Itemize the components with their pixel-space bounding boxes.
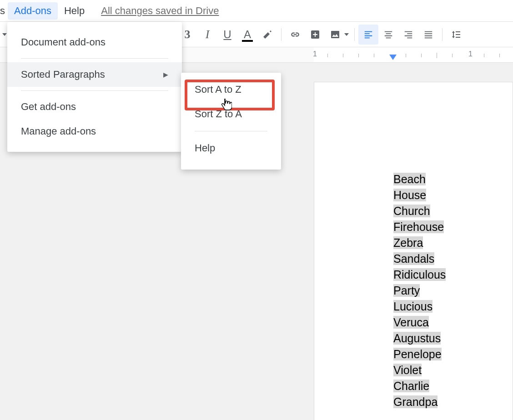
toolbar-separator	[281, 28, 282, 41]
align-justify-button[interactable]	[418, 25, 438, 45]
menu-divider	[195, 131, 267, 131]
menu-manage-addons[interactable]: Manage add-ons	[7, 119, 182, 144]
menu-document-addons[interactable]: Document add-ons	[7, 30, 182, 55]
line-spacing-icon	[451, 29, 462, 40]
text-line[interactable]: Veruca	[393, 315, 513, 330]
caret-right-icon: ▶	[163, 71, 168, 78]
align-left-icon	[363, 30, 373, 40]
ruler-page-area	[314, 47, 513, 62]
menu-help[interactable]: Help	[58, 2, 91, 20]
align-center-button[interactable]	[378, 25, 398, 45]
toolbar-separator	[442, 28, 443, 41]
insert-image-dropdown[interactable]	[342, 25, 351, 45]
ruler-tick	[358, 54, 359, 57]
image-icon	[330, 29, 341, 40]
text-line[interactable]: Zebra	[393, 235, 513, 251]
underline-button[interactable]: U	[217, 25, 237, 45]
ruler-tick	[343, 54, 343, 57]
document-page[interactable]: Beach House Church Firehouse Zebra Sanda…	[314, 82, 513, 420]
sorted-paragraphs-submenu: Sort A to Z Sort Z to A Help	[181, 73, 281, 170]
addons-dropdown: Document add-ons Sorted Paragraphs ▶ Get…	[7, 22, 182, 152]
ruler-number: 1	[468, 50, 473, 58]
align-justify-icon	[423, 30, 433, 40]
text-line[interactable]: Church	[393, 203, 513, 219]
menu-sort-a-to-z[interactable]: Sort A to Z	[181, 77, 281, 102]
menu-item-truncated[interactable]: s	[0, 5, 8, 17]
menu-addons[interactable]: Add-ons	[8, 2, 58, 20]
menu-sort-z-to-a[interactable]: Sort Z to A	[181, 102, 281, 126]
indent-marker[interactable]	[388, 55, 397, 61]
text-line[interactable]: Lucious	[393, 299, 513, 315]
text-line[interactable]: Penelope	[393, 346, 513, 362]
comment-icon	[310, 29, 321, 40]
line-spacing-button[interactable]	[446, 25, 466, 45]
ruler-tick	[484, 54, 484, 57]
italic-button[interactable]: I	[197, 25, 217, 45]
text-line[interactable]: Firehouse	[393, 219, 513, 235]
ruler-tick	[374, 54, 374, 57]
text-line[interactable]: Beach	[393, 171, 513, 187]
menu-sorted-help[interactable]: Help	[181, 136, 281, 160]
insert-comment-button[interactable]	[305, 25, 325, 45]
text-line[interactable]: Grandpa	[393, 394, 513, 410]
insert-link-button[interactable]	[285, 25, 305, 45]
align-left-button[interactable]	[358, 25, 378, 45]
ruler-tick	[437, 53, 437, 58]
text-line[interactable]: Violet	[393, 362, 513, 378]
align-center-icon	[383, 30, 393, 40]
ruler-number: 1	[313, 50, 317, 58]
align-right-button[interactable]	[398, 25, 418, 45]
menu-divider	[21, 58, 168, 59]
menu-divider	[21, 90, 168, 91]
ruler-tick	[327, 54, 328, 57]
align-right-icon	[403, 30, 413, 40]
text-line[interactable]: Charlie	[393, 378, 513, 394]
text-line[interactable]: Augustus	[393, 330, 513, 346]
menu-bar: s Add-ons Help All changes saved in Driv…	[0, 0, 513, 22]
menu-sorted-paragraphs[interactable]: Sorted Paragraphs ▶	[7, 62, 182, 87]
save-status[interactable]: All changes saved in Drive	[101, 5, 219, 17]
text-line[interactable]: Sandals	[393, 251, 513, 267]
svg-rect-2	[315, 32, 316, 37]
text-color-button[interactable]: A	[237, 25, 257, 45]
toolbar-separator	[354, 28, 355, 41]
ruler-tick	[452, 54, 453, 57]
text-line[interactable]: House	[393, 187, 513, 203]
highlight-color-button[interactable]	[257, 25, 277, 45]
ruler-tick	[421, 54, 422, 57]
caret-down-icon	[344, 33, 349, 36]
ruler-tick	[499, 54, 500, 57]
link-icon	[289, 29, 301, 40]
highlighter-icon	[262, 29, 273, 40]
text-line[interactable]: Party	[393, 283, 513, 299]
ruler-tick	[406, 54, 406, 57]
svg-rect-3	[331, 31, 339, 38]
text-line[interactable]: Ridiculous	[393, 267, 513, 283]
menu-get-addons[interactable]: Get add-ons	[7, 95, 182, 119]
